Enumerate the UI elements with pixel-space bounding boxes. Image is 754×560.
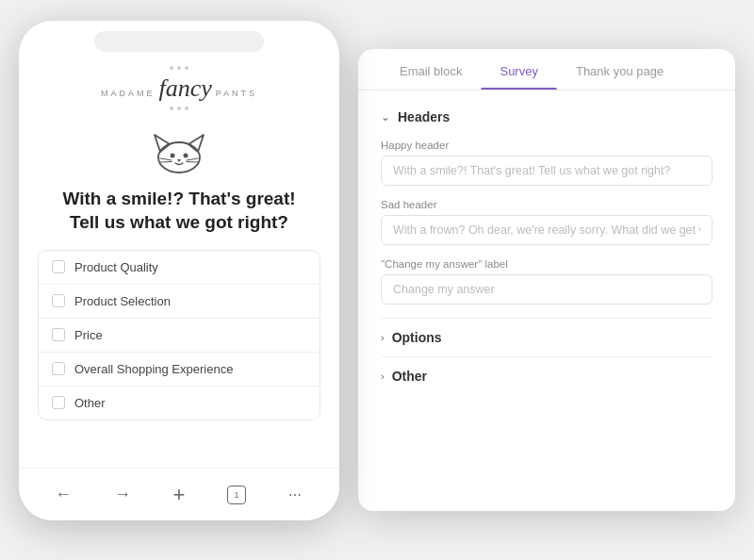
more-options-button[interactable]: ⋯ xyxy=(288,487,303,502)
sad-header-field: Sad header xyxy=(381,199,713,245)
checkbox-selection-label: Product Selection xyxy=(74,294,171,308)
phone-content: MADAME fancy PANTS xyxy=(19,62,339,420)
headers-section-toggle[interactable]: ⌄ Headers xyxy=(381,109,713,124)
brand-logo: MADAME fancy PANTS xyxy=(101,62,257,114)
tab-email-block[interactable]: Email block xyxy=(381,49,481,90)
checkbox-price[interactable] xyxy=(52,328,65,341)
svg-line-5 xyxy=(160,158,172,160)
brand-dot-3 xyxy=(185,66,188,70)
phone-url-bar xyxy=(94,31,264,52)
happy-header-label: Happy header xyxy=(381,140,713,151)
brand-dot-4 xyxy=(170,107,173,110)
cat-icon xyxy=(151,129,207,176)
svg-line-6 xyxy=(160,162,172,163)
happy-header-field: Happy header xyxy=(381,140,713,186)
list-item[interactable]: Overall Shopping Experience xyxy=(39,353,320,387)
phone-bottom-bar: ← → + 1 ⋯ xyxy=(19,468,339,520)
svg-point-3 xyxy=(171,154,175,158)
checkbox-list: Product Quality Product Selection Price … xyxy=(38,250,320,420)
svg-line-8 xyxy=(187,162,198,163)
tab-switcher-button[interactable]: 1 xyxy=(227,486,246,504)
tab-thank-you[interactable]: Thank you page xyxy=(557,49,682,90)
brand-dots-top xyxy=(101,66,257,70)
list-item[interactable]: Price xyxy=(39,319,320,353)
phone-heading-line2: Tell us what we got right? xyxy=(70,212,288,232)
settings-content: ⌄ Headers Happy header Sad header "Chang… xyxy=(358,91,735,503)
add-button[interactable]: + xyxy=(173,483,186,507)
scene: Email block Survey Thank you page ⌄ Head… xyxy=(19,21,735,539)
brand-dot-5 xyxy=(177,107,181,110)
svg-point-4 xyxy=(184,154,188,158)
sad-header-label: Sad header xyxy=(381,199,713,210)
checkbox-shopping-label: Overall Shopping Experience xyxy=(74,362,233,376)
tab-survey[interactable]: Survey xyxy=(481,49,556,90)
svg-line-7 xyxy=(187,158,198,160)
list-item[interactable]: Product Quality xyxy=(39,251,320,285)
brand-dot-1 xyxy=(170,66,173,70)
back-button[interactable]: ← xyxy=(55,485,72,504)
other-section-toggle[interactable]: › Other xyxy=(381,356,713,395)
brand-dot-6 xyxy=(185,107,188,110)
brand-dots-bottom xyxy=(101,107,257,110)
change-answer-label: "Change my answer" label xyxy=(381,258,713,270)
forward-button[interactable]: → xyxy=(114,485,131,504)
options-chevron-icon: › xyxy=(381,332,385,343)
happy-header-input[interactable] xyxy=(381,156,713,186)
list-item[interactable]: Other xyxy=(39,387,320,420)
phone-heading: With a smile!? That's great! Tell us wha… xyxy=(62,188,295,234)
svg-point-2 xyxy=(158,142,200,173)
other-chevron-icon: › xyxy=(381,371,385,382)
change-answer-input[interactable] xyxy=(381,274,713,305)
brand-name-pants: PANTS xyxy=(216,89,257,99)
checkbox-other-label: Other xyxy=(74,396,106,410)
brand-name-fancy: fancy xyxy=(158,74,211,103)
phone-mockup: MADAME fancy PANTS xyxy=(19,21,339,520)
list-item[interactable]: Product Selection xyxy=(39,285,320,319)
checkbox-shopping[interactable] xyxy=(52,362,65,375)
sad-header-input[interactable] xyxy=(381,215,713,245)
settings-panel: Email block Survey Thank you page ⌄ Head… xyxy=(358,49,735,511)
tab-count: 1 xyxy=(235,490,239,500)
options-section-title: Options xyxy=(392,330,442,345)
headers-chevron-icon: ⌄ xyxy=(381,110,390,124)
change-answer-field: "Change my answer" label xyxy=(381,258,713,305)
checkbox-other[interactable] xyxy=(52,396,65,409)
brand-dot-2 xyxy=(177,66,181,70)
tabs-container: Email block Survey Thank you page xyxy=(358,49,735,91)
checkbox-price-label: Price xyxy=(74,328,103,342)
options-section-toggle[interactable]: › Options xyxy=(381,318,713,356)
brand-name-madame: MADAME xyxy=(101,89,156,99)
phone-heading-line1: With a smile!? That's great! xyxy=(62,189,295,208)
checkbox-quality-label: Product Quality xyxy=(74,260,158,274)
other-section-title: Other xyxy=(392,369,427,384)
checkbox-quality[interactable] xyxy=(52,260,65,273)
headers-section-title: Headers xyxy=(398,109,450,124)
phone-top-bar xyxy=(19,21,339,62)
checkbox-selection[interactable] xyxy=(52,294,65,307)
